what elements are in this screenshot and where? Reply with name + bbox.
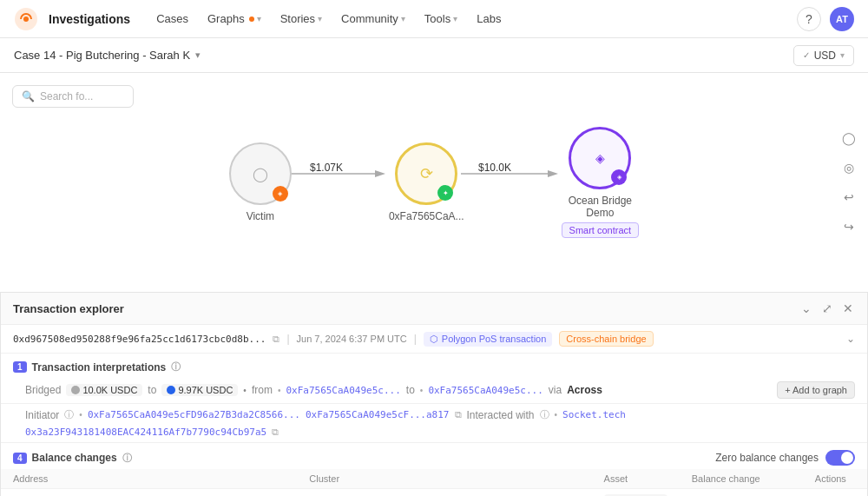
initiator-label: Initiator <box>25 409 59 421</box>
svg-text:$1.07K: $1.07K <box>310 163 343 174</box>
external-link-icon[interactable]: ⤢ <box>820 300 834 317</box>
interpretations-label: Transaction interpretations <box>32 361 167 374</box>
svg-marker-6 <box>548 170 558 177</box>
target-tool-icon[interactable]: ◎ <box>838 157 859 178</box>
svg-point-1 <box>23 17 29 22</box>
socket-dot-icon: • <box>555 410 558 420</box>
interacted-info-icon[interactable]: ⓘ <box>540 408 549 421</box>
copy-socket-icon[interactable]: ⧉ <box>272 427 279 438</box>
nav-right: ? AT <box>797 7 854 31</box>
nav-labs[interactable]: Labs <box>468 7 510 30</box>
bridge-label: Ocean BridgeDemo <box>569 195 632 219</box>
row-balance-cell: 0.00 MATIC -10,000.00 USDC <box>680 489 803 497</box>
usdc-from-dot-icon <box>71 386 80 394</box>
interpretations-info-icon[interactable]: ⓘ <box>171 360 181 374</box>
to-token-chip: 9.97K USDC <box>161 384 238 396</box>
balance-table-header: Address Cluster Asset Balance change Act… <box>1 469 867 489</box>
minimize-icon[interactable]: ⌄ <box>799 300 813 317</box>
nav-cases[interactable]: Cases <box>148 7 197 30</box>
smart-contract-badge: Smart contract <box>562 222 640 238</box>
case-title[interactable]: Case 14 - Pig Butchering - Sarah K ▾ <box>14 49 201 62</box>
chain-tag: Cross-chain bridge <box>559 331 653 347</box>
canvas-toolbar: ◯ ◎ ↩ ↪ <box>838 128 859 237</box>
victim-node-group: ◯ ◈ Victim <box>229 142 292 222</box>
svg-marker-3 <box>375 170 385 177</box>
row-actions-cell: + ↺ <box>803 489 867 497</box>
copy-hash-icon[interactable]: ⧉ <box>273 334 279 345</box>
nav-items: Cases Graphs ▾ Stories ▾ Community ▾ Too… <box>148 7 790 30</box>
initiator-dot-icon: • <box>79 410 82 420</box>
add-to-graph-button[interactable]: + Add to graph <box>777 381 855 399</box>
zero-balance-toggle[interactable] <box>825 450 855 466</box>
victim-badge: ◈ <box>273 186 288 202</box>
middle-node-group: ⟳ ✦ 0xFa7565CaA... <box>389 142 464 222</box>
initiator-info-icon[interactable]: ⓘ <box>64 408 74 421</box>
redo-tool-icon[interactable]: ↪ <box>838 216 859 237</box>
tx-panel-header: Transaction explorer ⌄ ⤢ ✕ <box>1 293 867 325</box>
nav-community[interactable]: Community ▾ <box>332 7 414 30</box>
checkmark-icon: ✓ <box>803 50 810 60</box>
arrow-1: $1.07K <box>288 163 392 184</box>
socket-addr-link[interactable]: 0x3a23F943181408EAC424116Af7b7790c94Cb97… <box>25 427 266 438</box>
currency-selector[interactable]: ✓ USD ▾ <box>793 45 854 66</box>
circle-tool-icon[interactable]: ◯ <box>838 128 859 149</box>
casebar-right: ✓ USD ▾ <box>793 45 854 66</box>
tx-hash-row: 0xd967508ed950288f9e96fa25cc1d6173cbc0d8… <box>1 325 867 354</box>
undo-tool-icon[interactable]: ↩ <box>838 187 859 208</box>
arrow-1-svg: $1.07K <box>288 163 392 184</box>
tx-panel-controls: ⌄ ⤢ ✕ <box>799 300 855 317</box>
to-dot-icon: • <box>420 386 424 395</box>
usdc-to-dot-icon <box>167 386 175 394</box>
app-brand: Investigations <box>49 12 130 26</box>
balance-section-left: 4 Balance changes ⓘ <box>13 452 132 465</box>
transaction-explorer-panel: Transaction explorer ⌄ ⤢ ✕ 0xd967508ed95… <box>0 292 868 496</box>
user-avatar[interactable]: AT <box>830 7 854 31</box>
row-cluster-cell: • 0xFa7565CaA049e5cFD96a27B3da2C85663f..… <box>297 489 591 497</box>
via-protocol: Across <box>567 384 602 396</box>
tx-hash-value: 0xd967508ed950288f9e96fa25cc1d6173cbc0d8… <box>13 334 266 345</box>
middle-inner-icon: ⟳ <box>420 164 433 183</box>
polygon-icon: ⬡ <box>430 334 438 345</box>
section-1-num: 1 <box>13 361 27 373</box>
bridge-node[interactable]: ◈ ◈ <box>569 127 631 189</box>
top-navigation: Investigations Cases Graphs ▾ Stories ▾ … <box>0 0 868 38</box>
row-address-cell: 0xFa7565CaA049e5cFD96a27...a817 ⧉ Initia… <box>1 489 297 497</box>
to-addr-link[interactable]: 0xFa7565CaA049e5c... <box>428 385 542 396</box>
table-row: 0xFa7565CaA049e5cFD96a27...a817 ⧉ Initia… <box>1 489 867 497</box>
arrow-2: $10.0K <box>461 163 565 184</box>
expand-icon[interactable]: ⌄ <box>846 333 855 345</box>
bridged-row: Bridged 10.0K USDC to 9.97K USDC • from … <box>1 377 867 404</box>
via-label: via <box>549 384 562 396</box>
bridge-inner-icon: ◈ <box>595 151 605 165</box>
nav-tools[interactable]: Tools ▾ <box>416 7 466 30</box>
tx-date: Jun 7, 2024 6:37 PM UTC <box>297 334 407 344</box>
victim-node[interactable]: ◯ ◈ <box>229 142 292 205</box>
from-addr-link[interactable]: 0xFa7565CaA049e5c... <box>286 385 400 396</box>
bridged-label: Bridged <box>25 384 61 396</box>
col-balance-change: Balance change <box>680 469 803 489</box>
balance-info-icon[interactable]: ⓘ <box>122 452 132 465</box>
balance-section-right: Zero balance changes <box>715 450 855 466</box>
initiator-addr-link[interactable]: 0xFa7565CaA049e5cFD96a27B3da2C8566... <box>88 409 300 420</box>
polygon-badge: ⬡ Polygon PoS transaction <box>424 332 552 347</box>
victim-label: Victim <box>247 210 274 222</box>
help-button[interactable]: ? <box>797 7 821 31</box>
socket-link[interactable]: Socket.tech <box>562 409 626 420</box>
section-4-num: 4 <box>13 453 27 464</box>
balance-label: Balance changes <box>32 452 117 464</box>
nav-stories[interactable]: Stories ▾ <box>272 7 331 30</box>
app-logo[interactable] <box>14 7 38 31</box>
case-bar: Case 14 - Pig Butchering - Sarah K ▾ ✓ U… <box>0 38 868 73</box>
victim-inner-icon: ◯ <box>253 166 268 182</box>
middle-node[interactable]: ⟳ ✦ <box>395 142 457 205</box>
currency-chevron-icon: ▾ <box>840 50 845 60</box>
copy-initiator-icon[interactable]: ⧉ <box>455 409 462 420</box>
col-asset: Asset <box>592 469 680 489</box>
nav-graphs[interactable]: Graphs ▾ <box>199 7 270 30</box>
col-actions: Actions <box>803 469 867 489</box>
col-cluster: Cluster <box>297 469 591 489</box>
interacted-with-label: Interacted with <box>467 409 535 421</box>
initiator-short-link[interactable]: 0xFa7565CaA049e5cF...a817 <box>306 409 450 420</box>
close-icon[interactable]: ✕ <box>841 300 855 317</box>
balance-section-header: 4 Balance changes ⓘ Zero balance changes <box>1 443 867 469</box>
